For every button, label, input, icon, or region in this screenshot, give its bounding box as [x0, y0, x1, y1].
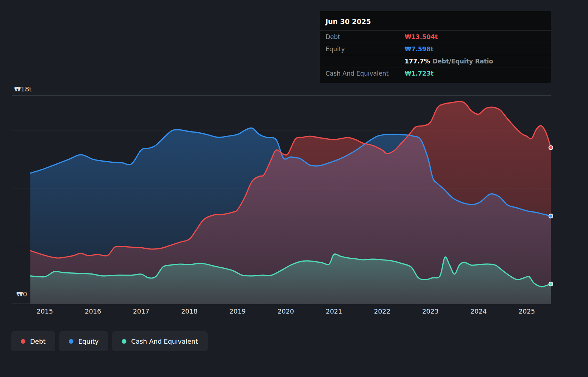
x-axis-tick: 2025 — [519, 307, 535, 315]
legend-cash-label: Cash And Equivalent — [131, 338, 198, 345]
x-axis-tick: 2023 — [422, 307, 439, 315]
tooltip-row-equity: Equity ₩7.598t — [320, 43, 551, 55]
x-axis-tick: 2021 — [326, 307, 342, 315]
tooltip-equity-label: Equity — [320, 46, 405, 53]
tooltip-panel: Jun 30 2025 Debt ₩13.504t Equity ₩7.598t… — [320, 11, 551, 83]
legend-debt-label: Debt — [30, 338, 45, 345]
legend-item-cash[interactable]: Cash And Equivalent — [112, 331, 207, 351]
tooltip-date: Jun 30 2025 — [320, 15, 551, 30]
tooltip-equity-value: ₩7.598t — [405, 46, 434, 53]
x-axis-tick: 2020 — [278, 307, 294, 315]
x-axis-tick: 2018 — [181, 307, 198, 315]
tooltip-ratio-percent: 177.7% — [405, 58, 430, 65]
x-axis-tick: 2022 — [374, 307, 390, 315]
legend-item-equity[interactable]: Equity — [59, 331, 108, 351]
tooltip-cash-value: ₩1.723t — [405, 70, 434, 77]
tooltip-ratio-label: Debt/Equity Ratio — [433, 58, 493, 65]
legend-equity-label: Equity — [78, 338, 98, 345]
tooltip-row-cash: Cash And Equivalent ₩1.723t — [320, 67, 551, 79]
debt-legend-dot-icon — [21, 339, 25, 344]
tooltip-debt-value: ₩13.504t — [405, 33, 438, 40]
cash-legend-dot-icon — [122, 339, 126, 344]
x-axis-tick: 2017 — [133, 307, 149, 315]
y-axis-label-bottom: ₩0 — [16, 290, 27, 298]
legend: Debt Equity Cash And Equivalent — [11, 331, 208, 351]
tooltip-cash-label: Cash And Equivalent — [320, 70, 405, 77]
debt-equity-chart-page: ₩18t ₩0 20152016201720182019202020212022… — [0, 0, 588, 377]
tooltip-row-debt: Debt ₩13.504t — [320, 30, 551, 43]
x-axis: 2015201620172018201920202021202220232024… — [0, 307, 588, 318]
x-axis-tick: 2015 — [37, 307, 53, 315]
tooltip-row-ratio: 177.7% Debt/Equity Ratio — [320, 55, 551, 67]
x-axis-tick: 2024 — [470, 307, 487, 315]
tooltip-debt-label: Debt — [320, 33, 405, 40]
x-axis-tick: 2019 — [229, 307, 246, 315]
y-axis-label-top: ₩18t — [14, 85, 32, 93]
equity-legend-dot-icon — [69, 339, 73, 344]
x-axis-tick: 2016 — [85, 307, 101, 315]
legend-item-debt[interactable]: Debt — [11, 331, 55, 351]
